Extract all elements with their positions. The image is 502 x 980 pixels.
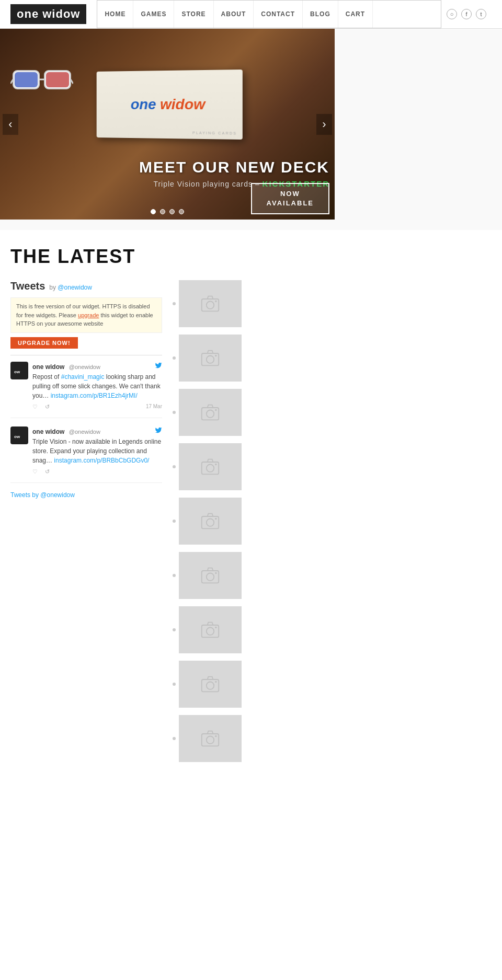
insta-item-9: [173, 715, 324, 762]
svg-point-31: [215, 627, 217, 629]
insta-bullet-5: [173, 520, 176, 523]
insta-thumb-7[interactable]: [179, 606, 242, 653]
hero-next-button[interactable]: ›: [316, 114, 332, 135]
camera-icon-4: [201, 457, 220, 476]
tweet-handle-2: @onewidow: [69, 429, 100, 435]
tweets-footer-link[interactable]: Tweets by @onewidow: [10, 491, 75, 499]
header: one widow HOME GAMES STORE ABOUT CONTACT…: [0, 0, 502, 29]
insta-bullet-6: [173, 574, 176, 577]
instagram-link-1[interactable]: instagram.com/p/BR1Ezh4jrMI/: [51, 392, 138, 399]
insta-thumb-5[interactable]: [179, 498, 242, 545]
section-title: THE LATEST: [10, 246, 324, 268]
tweet-item-1: ow one widow @onewidow Repost of #chavin…: [10, 362, 162, 418]
tweet-actions-1: ♡ ↺ 17 Mar: [32, 403, 162, 410]
tweet-heart-1[interactable]: ♡: [32, 403, 38, 410]
tweets-handle[interactable]: @onewidow: [58, 284, 92, 291]
svg-rect-3: [46, 72, 69, 87]
svg-point-18: [207, 410, 214, 418]
tweet-retweet-1[interactable]: ↺: [45, 403, 50, 410]
page-wrapper: one widow HOME GAMES STORE ABOUT CONTACT…: [0, 0, 502, 780]
insta-thumb-8[interactable]: [179, 661, 242, 708]
nav-cart[interactable]: CART: [338, 1, 373, 28]
upgrade-button[interactable]: UPGRADE NOW!: [10, 337, 78, 349]
camera-icon-1: [201, 294, 220, 313]
insta-bullet-7: [173, 628, 176, 631]
twitter-icon[interactable]: t: [476, 9, 486, 19]
nav-blog[interactable]: BLOG: [303, 1, 338, 28]
svg-rect-1: [15, 72, 38, 87]
hero-dot-4[interactable]: [179, 209, 184, 214]
hero-dot-1[interactable]: [151, 209, 156, 214]
insta-bullet-2: [173, 356, 176, 360]
card-box-subtext: PLAYING CARDS: [192, 131, 237, 135]
hero-dot-3[interactable]: [169, 209, 175, 214]
insta-thumb-3[interactable]: [179, 389, 242, 436]
instagram-link-2[interactable]: instagram.com/p/BRBbCbGDGv0/: [54, 457, 149, 464]
hero-cta-button[interactable]: NOW AVAILABLE: [251, 183, 329, 214]
content-columns: Tweets by @onewidow This is free version…: [10, 280, 324, 769]
widget-notice: This is free version of our widget. HTTP…: [10, 297, 162, 333]
upgrade-link[interactable]: upgrade: [78, 312, 99, 318]
widget-divider: [10, 355, 162, 355]
insta-item-8: [173, 661, 324, 708]
tweet-actions-2: ♡ ↺: [32, 468, 162, 475]
insta-item-7: [173, 606, 324, 653]
hero-dot-2[interactable]: [160, 209, 165, 214]
hero-slider: one widow PLAYING CARDS MEET OUR NEW DEC…: [0, 29, 335, 220]
svg-point-21: [207, 465, 214, 472]
hero-prev-button[interactable]: ‹: [3, 114, 18, 135]
insta-bullet-1: [173, 302, 176, 305]
nav-contact[interactable]: CONTACT: [254, 1, 303, 28]
insta-thumb-1[interactable]: [179, 280, 242, 327]
insta-item-5: [173, 498, 324, 545]
camera-icon-6: [201, 566, 220, 585]
svg-point-16: [215, 355, 217, 357]
nav-home[interactable]: HOME: [97, 1, 133, 28]
insta-thumb-6[interactable]: [179, 552, 242, 599]
svg-text:ow: ow: [14, 434, 20, 439]
tweet-time-1: 17 Mar: [146, 403, 162, 410]
site-logo[interactable]: one widow: [10, 4, 86, 24]
svg-point-30: [207, 628, 214, 635]
tweet-avatar-2: ow: [10, 426, 28, 444]
svg-point-22: [215, 464, 217, 466]
circle-icon[interactable]: ○: [447, 9, 457, 19]
svg-point-36: [207, 736, 214, 744]
nav-store[interactable]: STORE: [174, 1, 213, 28]
insta-thumb-4[interactable]: [179, 443, 242, 490]
nav-games[interactable]: GAMES: [133, 1, 174, 28]
tweet-avatar-1: ow: [10, 362, 28, 379]
tweet-content-1: one widow @onewidow Repost of #chavini_m…: [32, 362, 162, 410]
instagram-column: [173, 280, 324, 769]
camera-icon-2: [201, 349, 220, 367]
insta-thumb-2[interactable]: [179, 335, 242, 382]
glasses-left-icon: [10, 60, 73, 102]
tweets-column: Tweets by @onewidow This is free version…: [10, 280, 162, 769]
main-content: THE LATEST Tweets by @onewidow This is f…: [0, 230, 335, 780]
camera-icon-3: [201, 403, 220, 422]
insta-bullet-3: [173, 411, 176, 414]
svg-point-27: [207, 573, 214, 581]
hashtag-chavini[interactable]: #chavini_magic: [61, 373, 105, 381]
facebook-icon[interactable]: f: [461, 9, 472, 19]
one-widow-logo-icon-2: ow: [13, 429, 26, 442]
tweet-heart-2[interactable]: ♡: [32, 468, 38, 475]
twitter-bird-icon-1: [155, 362, 162, 369]
camera-icon-7: [201, 620, 220, 639]
hero-section: one widow PLAYING CARDS MEET OUR NEW DEC…: [0, 29, 502, 230]
nav-about[interactable]: ABOUT: [214, 1, 254, 28]
insta-thumb-9[interactable]: [179, 715, 242, 762]
main-nav: HOME GAMES STORE ABOUT CONTACT BLOG CART: [97, 0, 441, 28]
tweet-content-2: one widow @onewidow Triple Vision - now …: [32, 426, 162, 475]
insta-item-2: [173, 335, 324, 382]
tweets-by: by @onewidow: [49, 284, 92, 291]
svg-point-13: [215, 301, 217, 303]
tweet-retweet-2[interactable]: ↺: [45, 468, 50, 475]
svg-point-33: [207, 682, 214, 689]
insta-item-1: [173, 280, 324, 327]
twitter-bird-icon-2: [155, 426, 162, 434]
tweets-header: Tweets by @onewidow: [10, 280, 162, 292]
svg-point-37: [215, 735, 217, 737]
insta-item-4: [173, 443, 324, 490]
insta-bullet-9: [173, 737, 176, 740]
